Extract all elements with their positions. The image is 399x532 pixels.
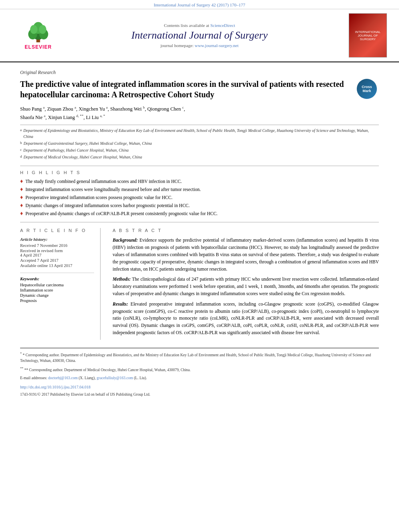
highlight-item-3: ♦ Preoperative integrated inflammation s… — [20, 194, 379, 201]
star-footnote: * * Corresponding author. Department of … — [20, 351, 379, 364]
article-type: Original Research — [20, 66, 379, 76]
double-star-sup: ** — [20, 367, 23, 370]
affil-d: d Department of Medical Oncology, Hubei … — [20, 154, 379, 160]
abstract-methods: Methods: The clinicopathological data of… — [113, 276, 379, 297]
crossmark-badge: CrossMark — [357, 79, 377, 99]
email-label: E-mail addresses: — [20, 376, 47, 380]
affil-b: b Department of Gastrointestinal Surgery… — [20, 140, 379, 146]
authors-line: Shuo Pang a, Ziquan Zhou a, Xingchen Yu … — [20, 105, 379, 121]
svg-point-5 — [30, 25, 37, 34]
highlight-item-2: ♦ Integrated inflammation scores were lo… — [20, 186, 379, 193]
doi-line: http://dx.doi.org/10.1016/j.ijsu.2017.04… — [20, 384, 379, 390]
header-right: INTERNATIONAL JOURNAL OF SURGERY — [335, 13, 387, 58]
elsevier-tree-icon — [22, 21, 54, 43]
highlight-item-5: ♦ Preoperative and dynamic changes of co… — [20, 210, 379, 217]
email-line: E-mail addresses: doctorbj@163.com (X. L… — [20, 375, 379, 381]
abstract-background: Background: Evidence supports the predic… — [113, 237, 379, 273]
background-text: Evidence supports the predictive potenti… — [113, 238, 379, 271]
citation-text: International Journal of Surgery 42 (201… — [154, 2, 245, 7]
article-title: The predictive value of integrated infla… — [20, 79, 379, 100]
keywords-label: Keywords: — [20, 276, 94, 281]
highlight-text-1: The study firstly combined general infla… — [25, 178, 182, 185]
highlights-header: H I G H L I G H T S — [20, 170, 379, 175]
highlight-text-5: Preoperative and dynamic changes of coCR… — [25, 210, 218, 217]
sciencedirect-line: Contents lists available at ScienceDirec… — [64, 23, 335, 28]
doi-link[interactable]: http://dx.doi.org/10.1016/j.ijsu.2017.04… — [20, 385, 90, 389]
highlight-text-3: Preoperative integrated inflammation sco… — [25, 194, 173, 201]
bullet-5: ♦ — [20, 210, 23, 217]
affil-a-text: Department of Epidemiology and Biostatis… — [23, 127, 379, 140]
affil-c-text: Department of Pathology, Hubei Cancer Ho… — [23, 147, 129, 153]
highlights-section: H I G H L I G H T S ♦ The study firstly … — [20, 166, 379, 222]
received-line: Received 7 November 2016 — [20, 243, 94, 248]
elsevier-logo: ELSEVIER — [22, 21, 54, 50]
abstract-results: Results: Elevated preoperative integrate… — [113, 301, 379, 337]
methods-text: The clinicopathological data of 247 pati… — [113, 277, 379, 296]
affiliations: a Department of Epidemiology and Biostat… — [20, 125, 379, 160]
issn-line: 1743-9191/© 2017 Published by Elsevier L… — [20, 392, 379, 397]
bullet-2: ♦ — [20, 186, 23, 193]
sciencedirect-link[interactable]: ScienceDirect — [210, 23, 235, 28]
abstract-header: A B S T R A C T — [113, 228, 379, 233]
history-label: Article history: — [20, 237, 94, 242]
highlight-item-1: ♦ The study firstly combined general inf… — [20, 178, 379, 185]
email2-link[interactable]: gracefulliuly@163.com — [97, 376, 133, 380]
svg-point-6 — [39, 25, 46, 34]
star-footnote-text: * Corresponding author. Department of Ep… — [20, 353, 371, 363]
right-column: A B S T R A C T Background: Evidence sup… — [113, 228, 379, 340]
article-info-header: A R T I C L E I N F O — [20, 228, 94, 233]
highlight-item-4: ♦ Dynamic changes of integrated inflamma… — [20, 202, 379, 209]
crossmark: CrossMark — [357, 79, 379, 101]
keyword-3: Dynamic change — [20, 293, 94, 298]
journal-cover: INTERNATIONAL JOURNAL OF SURGERY — [349, 13, 387, 58]
journal-title: International Journal of Surgery — [64, 29, 335, 41]
top-bar: International Journal of Surgery 42 (201… — [0, 0, 399, 9]
accepted-line: Accepted 7 April 2017 — [20, 258, 94, 263]
article-title-container: The predictive value of integrated infla… — [20, 79, 379, 100]
background-label: Background: — [113, 238, 138, 242]
received-revised-line: Received in revised form4 April 2017 — [20, 249, 94, 257]
available-line: Available online 13 April 2017 — [20, 263, 94, 268]
elsevier-brand-text: ELSEVIER — [25, 44, 51, 50]
affil-d-text: Department of Medical Oncology, Hubei Ca… — [24, 154, 142, 160]
homepage-line: journal homepage: www.journal-surgery.ne… — [64, 43, 335, 48]
keyword-1: Hepatocellular carcinoma — [20, 283, 94, 287]
keyword-4: Prognosis — [20, 298, 94, 303]
header-center: Contents lists available at ScienceDirec… — [64, 23, 335, 48]
journal-header: ELSEVIER Contents lists available at Sci… — [0, 9, 399, 62]
journal-cover-text: INTERNATIONAL JOURNAL OF SURGERY — [349, 29, 387, 43]
affil-b-text: Department of Gastrointestinal Surgery, … — [24, 140, 152, 146]
results-text: Elevated preoperative integrated inflamm… — [113, 302, 379, 335]
keyword-2: Inflammation score — [20, 288, 94, 292]
two-column-section: A R T I C L E I N F O Article history: R… — [20, 228, 379, 340]
results-label: Results: — [113, 302, 128, 306]
article-history: Article history: Received 7 November 201… — [20, 237, 94, 268]
email1-name: (X. Liang), — [78, 376, 95, 380]
homepage-link[interactable]: www.journal-surgery.net — [195, 43, 239, 48]
methods-label: Methods: — [113, 277, 131, 281]
highlight-text-2: Integrated inflammation scores were long… — [25, 186, 201, 193]
double-star-footnote: ** ** Corresponding author. Department o… — [20, 366, 379, 373]
highlight-text-4: Dynamic changes of integrated inflammati… — [25, 202, 189, 209]
bullet-1: ♦ — [20, 178, 23, 185]
double-star-footnote-text: ** Corresponding author. Department of M… — [24, 368, 191, 372]
affil-a: a Department of Epidemiology and Biostat… — [20, 127, 379, 140]
header-left: ELSEVIER — [12, 21, 64, 50]
affil-c: c Department of Pathology, Hubei Cancer … — [20, 147, 379, 153]
bullet-3: ♦ — [20, 194, 23, 201]
email1-link[interactable]: doctorbj@163.com — [48, 376, 78, 380]
keywords-section: Keywords: Hepatocellular carcinoma Infla… — [20, 273, 94, 303]
left-column: A R T I C L E I N F O Article history: R… — [20, 228, 101, 340]
main-content: Original Research The predictive value o… — [0, 62, 399, 405]
email2-name: (L. Liu). — [134, 376, 147, 380]
footnote-section: * * Corresponding author. Department of … — [20, 348, 379, 398]
bullet-4: ♦ — [20, 202, 23, 209]
star-sup: * — [20, 352, 22, 355]
